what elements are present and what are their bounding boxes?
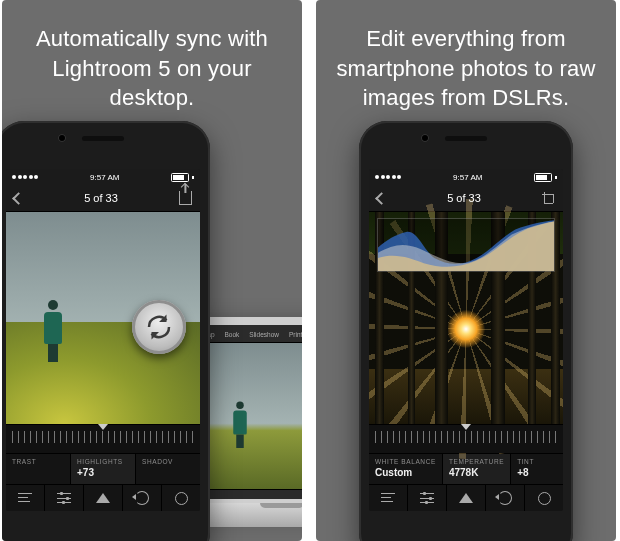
param-highlights[interactable]: HIGHLIGHTS +73 bbox=[71, 454, 136, 484]
back-button[interactable] bbox=[14, 194, 23, 203]
app-navbar: 5 of 33 bbox=[6, 185, 200, 212]
iphone-mockup: 9:57 AM 5 of 33 bbox=[359, 121, 573, 541]
ios-status-bar: 9:57 AM bbox=[369, 169, 563, 185]
tab-slideshow[interactable]: Slideshow bbox=[249, 331, 279, 338]
triangle-icon bbox=[96, 493, 110, 503]
status-time: 9:57 AM bbox=[90, 173, 119, 182]
tool-presets[interactable] bbox=[369, 485, 408, 511]
share-button[interactable] bbox=[179, 191, 192, 205]
param-temperature[interactable]: TEMPERATURE 4778K bbox=[443, 454, 511, 484]
headline: Automatically sync with Lightroom 5 on y… bbox=[2, 24, 302, 113]
histogram-overlay bbox=[377, 218, 555, 272]
adjustment-params: TRAST HIGHLIGHTS +73 SHADOV bbox=[6, 453, 200, 484]
signal-icon bbox=[375, 175, 401, 179]
reset-icon bbox=[498, 491, 512, 505]
param-contrast[interactable]: TRAST bbox=[6, 454, 71, 484]
chevron-left-icon bbox=[12, 192, 25, 205]
ruler-caret-icon bbox=[98, 424, 108, 430]
tab-book[interactable]: Book bbox=[225, 331, 240, 338]
param-shadows[interactable]: SHADOV bbox=[136, 454, 200, 484]
back-button[interactable] bbox=[377, 194, 386, 203]
param-tint[interactable]: TINT +8 bbox=[511, 454, 563, 484]
sliders-icon bbox=[57, 493, 71, 503]
crop-button[interactable] bbox=[542, 192, 555, 205]
ios-status-bar: 9:57 AM bbox=[6, 169, 200, 185]
tab-print[interactable]: Print bbox=[289, 331, 302, 338]
tool-adjust[interactable] bbox=[408, 485, 447, 511]
adjustment-ruler[interactable] bbox=[369, 424, 563, 453]
sliders-icon bbox=[420, 493, 434, 503]
photo-counter: 5 of 33 bbox=[84, 192, 118, 204]
chevron-left-icon bbox=[375, 192, 388, 205]
ruler-caret-icon bbox=[461, 424, 471, 430]
list-icon bbox=[381, 493, 395, 503]
param-white-balance[interactable]: WHITE BALANCE Custom bbox=[369, 454, 443, 484]
lightroom-mobile-screen: 9:57 AM 5 of 33 bbox=[369, 169, 563, 511]
battery-icon bbox=[534, 173, 557, 182]
promo-panel-edit: Edit everything from smartphone photos t… bbox=[316, 0, 616, 541]
phone-camera-icon bbox=[58, 134, 66, 142]
phone-earpiece-icon bbox=[82, 136, 124, 141]
list-icon bbox=[18, 493, 32, 503]
sync-icon bbox=[144, 312, 174, 342]
tool-adjust[interactable] bbox=[45, 485, 84, 511]
promo-panel-sync: Automatically sync with Lightroom 5 on y… bbox=[2, 0, 302, 541]
adjustment-ruler[interactable] bbox=[6, 424, 200, 453]
photo-preview[interactable] bbox=[369, 212, 563, 424]
tool-filters[interactable] bbox=[447, 485, 486, 511]
phone-camera-icon bbox=[421, 134, 429, 142]
tool-more[interactable] bbox=[162, 485, 200, 511]
signal-icon bbox=[12, 175, 38, 179]
tool-presets[interactable] bbox=[6, 485, 45, 511]
tool-reset[interactable] bbox=[486, 485, 525, 511]
tool-reset[interactable] bbox=[123, 485, 162, 511]
headline: Edit everything from smartphone photos t… bbox=[316, 24, 616, 113]
crop-icon bbox=[542, 192, 555, 205]
share-icon bbox=[179, 191, 192, 205]
bottom-toolbar bbox=[6, 484, 200, 511]
tool-filters[interactable] bbox=[84, 485, 123, 511]
battery-icon bbox=[171, 173, 194, 182]
reset-icon bbox=[135, 491, 149, 505]
status-time: 9:57 AM bbox=[453, 173, 482, 182]
sync-badge bbox=[132, 300, 186, 354]
phone-earpiece-icon bbox=[445, 136, 487, 141]
bottom-toolbar bbox=[369, 484, 563, 511]
tool-more[interactable] bbox=[525, 485, 563, 511]
circle-icon bbox=[175, 492, 188, 505]
circle-icon bbox=[538, 492, 551, 505]
triangle-icon bbox=[459, 493, 473, 503]
